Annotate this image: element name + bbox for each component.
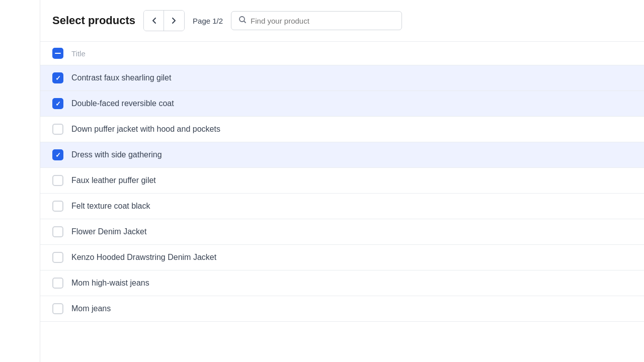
- product-checkbox[interactable]: [52, 252, 63, 263]
- checkmark-icon: ✓: [55, 101, 61, 107]
- page-title: Select products: [52, 14, 135, 27]
- product-checkbox[interactable]: [52, 226, 63, 237]
- product-checkbox[interactable]: [52, 175, 63, 186]
- product-name: Felt texture coat black: [71, 202, 150, 211]
- list-item[interactable]: ✓Contrast faux shearling gilet: [40, 65, 644, 91]
- list-item[interactable]: Mom jeans: [40, 296, 644, 322]
- product-name: Faux leather puffer gilet: [71, 176, 156, 185]
- select-all-checkbox[interactable]: [52, 48, 63, 59]
- checkmark-icon: ✓: [55, 152, 61, 158]
- search-input[interactable]: [251, 17, 394, 25]
- product-name: Flower Denim Jacket: [71, 227, 146, 236]
- prev-button[interactable]: [144, 11, 164, 31]
- indeterminate-mark: [55, 53, 61, 54]
- list-item[interactable]: Flower Denim Jacket: [40, 219, 644, 245]
- list-item[interactable]: Felt texture coat black: [40, 194, 644, 219]
- header: Select products Page 1/2: [40, 0, 644, 42]
- product-checkbox[interactable]: ✓: [52, 98, 63, 109]
- next-button[interactable]: [164, 11, 184, 31]
- product-name: Mom jeans: [71, 304, 111, 313]
- list-item[interactable]: ✓Dress with side gathering: [40, 142, 644, 168]
- product-checkbox[interactable]: [52, 201, 63, 212]
- product-checkbox[interactable]: [52, 124, 63, 135]
- list-item[interactable]: Mom high-waist jeans: [40, 270, 644, 296]
- product-name: Mom high-waist jeans: [71, 279, 149, 288]
- list-item[interactable]: Faux leather puffer gilet: [40, 168, 644, 194]
- product-name: Contrast faux shearling gilet: [71, 73, 171, 82]
- checkmark-icon: ✓: [55, 75, 61, 81]
- sidebar: [0, 0, 40, 362]
- list-item[interactable]: Down puffer jacket with hood and pockets: [40, 117, 644, 142]
- page-indicator: Page 1/2: [193, 17, 223, 25]
- product-name: Dress with side gathering: [71, 150, 162, 159]
- title-column-header: Title: [71, 49, 86, 58]
- search-box[interactable]: [231, 11, 402, 30]
- product-rows-container: ✓Contrast faux shearling gilet✓Double-fa…: [40, 65, 644, 322]
- product-name: Down puffer jacket with hood and pockets: [71, 125, 220, 134]
- product-checkbox[interactable]: [52, 303, 63, 314]
- product-name: Double-faced reversible coat: [71, 99, 174, 108]
- product-checkbox[interactable]: ✓: [52, 72, 63, 83]
- list-header: Title: [40, 42, 644, 65]
- product-checkbox[interactable]: [52, 278, 63, 289]
- nav-buttons: [143, 10, 185, 31]
- main-content: Select products Page 1/2: [40, 0, 644, 362]
- product-checkbox[interactable]: ✓: [52, 149, 63, 160]
- list-item[interactable]: Kenzo Hooded Drawstring Denim Jacket: [40, 245, 644, 270]
- search-icon: [238, 16, 247, 26]
- product-list: Title ✓Contrast faux shearling gilet✓Dou…: [40, 42, 644, 322]
- product-name: Kenzo Hooded Drawstring Denim Jacket: [71, 253, 216, 262]
- list-item[interactable]: ✓Double-faced reversible coat: [40, 91, 644, 117]
